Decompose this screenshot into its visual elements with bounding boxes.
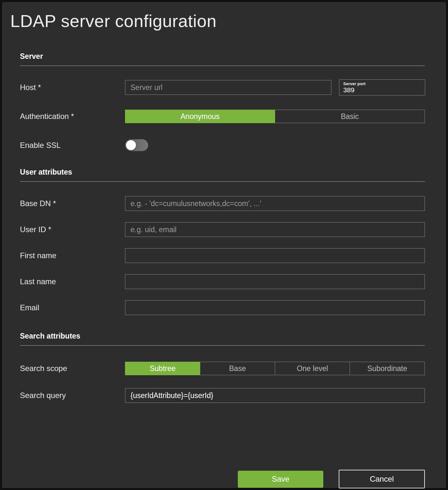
email-label: Email	[20, 303, 125, 312]
scope-subordinate-button[interactable]: Subordinate	[350, 362, 425, 375]
user-id-label: User ID *	[20, 225, 125, 234]
section-heading-server: Server	[20, 52, 425, 66]
ldap-config-dialog: LDAP server configuration Server Host * …	[2, 2, 446, 488]
host-label: Host *	[20, 83, 125, 92]
section-heading-search-attributes: Search attributes	[20, 332, 425, 346]
base-dn-input[interactable]	[125, 196, 425, 211]
host-row: Host * Server port	[20, 79, 425, 95]
base-dn-label: Base DN *	[20, 199, 125, 208]
base-dn-row: Base DN *	[20, 196, 425, 211]
page-title: LDAP server configuration	[10, 11, 446, 31]
host-input[interactable]	[125, 80, 331, 95]
email-row: Email	[20, 300, 425, 315]
search-scope-row: Search scope Subtree Base One level Subo…	[20, 362, 425, 375]
last-name-input[interactable]	[125, 274, 425, 289]
first-name-input[interactable]	[125, 248, 425, 263]
section-heading-user-attributes: User attributes	[20, 168, 425, 182]
auth-anonymous-button[interactable]: Anonymous	[125, 110, 275, 123]
server-port-field[interactable]: Server port	[339, 79, 425, 95]
scope-one-level-button[interactable]: One level	[275, 362, 350, 375]
email-input[interactable]	[125, 300, 425, 315]
dialog-content: Server Host * Server port Authentication…	[2, 52, 446, 490]
scope-base-button[interactable]: Base	[200, 362, 275, 375]
toggle-knob-icon	[126, 140, 136, 150]
search-query-row: Search query	[20, 388, 425, 403]
enable-ssl-toggle[interactable]	[125, 139, 148, 151]
search-query-label: Search query	[20, 391, 125, 400]
last-name-label: Last name	[20, 277, 125, 286]
enable-ssl-row: Enable SSL	[20, 139, 425, 151]
enable-ssl-label: Enable SSL	[20, 141, 125, 150]
enable-ssl-controls	[125, 139, 425, 151]
host-controls: Server port	[125, 79, 425, 95]
save-button[interactable]: Save	[238, 471, 323, 488]
authentication-segmented-control: Anonymous Basic	[125, 110, 425, 123]
authentication-row: Authentication * Anonymous Basic	[20, 110, 425, 123]
last-name-row: Last name	[20, 274, 425, 289]
scope-subtree-button[interactable]: Subtree	[125, 362, 200, 375]
first-name-label: First name	[20, 251, 125, 260]
server-port-label: Server port	[343, 81, 421, 86]
authentication-controls: Anonymous Basic	[125, 110, 425, 123]
server-port-input[interactable]	[343, 86, 421, 94]
search-query-input[interactable]	[125, 388, 425, 403]
dialog-footer: Save Cancel	[20, 470, 425, 490]
user-id-input[interactable]	[125, 222, 425, 237]
cancel-button[interactable]: Cancel	[339, 470, 425, 488]
search-scope-label: Search scope	[20, 364, 125, 373]
user-id-row: User ID *	[20, 222, 425, 237]
auth-basic-button[interactable]: Basic	[275, 110, 425, 123]
search-scope-segmented-control: Subtree Base One level Subordinate	[125, 362, 425, 375]
first-name-row: First name	[20, 248, 425, 263]
authentication-label: Authentication *	[20, 112, 125, 121]
